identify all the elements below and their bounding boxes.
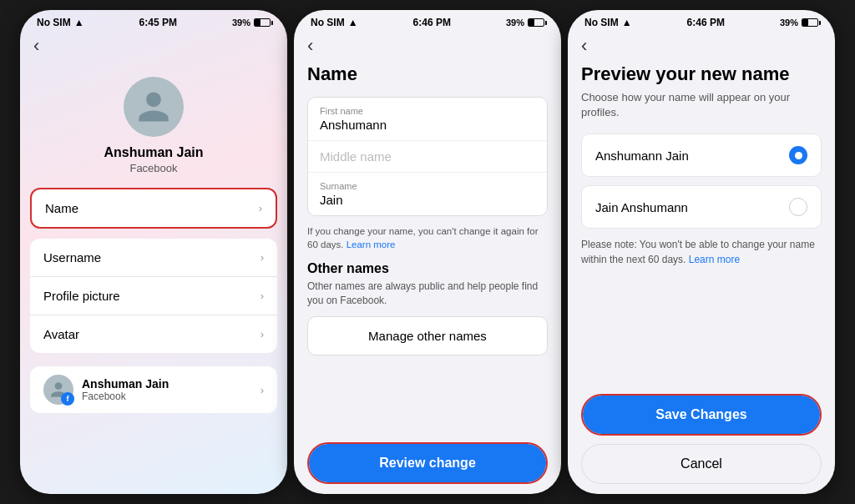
- radio-selected-icon: [789, 146, 807, 164]
- status-carrier-2: No SIM ▲: [311, 17, 358, 28]
- battery-icon-3: [802, 18, 818, 27]
- status-carrier-1: No SIM ▲: [37, 17, 84, 28]
- chevron-icon-5: ›: [261, 384, 264, 396]
- manage-other-names-button[interactable]: Manage other names: [307, 316, 548, 355]
- menu-item-username[interactable]: Username ›: [30, 239, 277, 277]
- phone-3: No SIM ▲ 6:46 PM 39% ‹ Preview your new …: [568, 10, 835, 494]
- phone-2: No SIM ▲ 6:46 PM 39% ‹ Name First name A…: [294, 10, 561, 494]
- status-bar-1: No SIM ▲ 6:45 PM 39%: [20, 10, 287, 32]
- battery-icon-2: [528, 18, 544, 27]
- status-time-1: 6:45 PM: [139, 17, 177, 28]
- middle-name-field[interactable]: Middle name: [308, 141, 547, 173]
- spacer: [581, 279, 822, 394]
- preview-subtitle: Choose how your name will appear on your…: [581, 90, 822, 120]
- other-names-sub: Other names are always public and help p…: [307, 280, 548, 308]
- chevron-icon-2: ›: [261, 251, 264, 264]
- learn-more-link-2[interactable]: Learn more: [689, 254, 740, 265]
- menu-item-avatar[interactable]: Avatar ›: [30, 315, 277, 353]
- surname-field[interactable]: Surname Jain: [308, 173, 547, 215]
- screen-3-content: Preview your new name Choose how your na…: [568, 63, 835, 494]
- profile-section: Anshuman Jain Facebook: [20, 63, 287, 184]
- avatar: [124, 77, 184, 137]
- other-names-title: Other names: [307, 261, 548, 276]
- review-change-wrapper: Review change: [307, 442, 548, 484]
- battery-icon-1: [254, 18, 271, 27]
- notice-text: Please note: You won't be able to change…: [581, 237, 822, 267]
- status-carrier-3: No SIM ▲: [584, 17, 632, 28]
- first-name-field[interactable]: First name Anshumann: [308, 98, 547, 141]
- status-right-3: 39%: [780, 18, 818, 28]
- radio-empty-icon: [789, 198, 807, 216]
- screen-title-2: Name: [307, 63, 548, 85]
- back-button-3[interactable]: ‹: [568, 32, 835, 63]
- status-right-1: 39%: [232, 18, 271, 28]
- account-row[interactable]: f Anshuman Jain Facebook ›: [30, 366, 277, 413]
- profile-platform: Facebook: [129, 162, 177, 174]
- cancel-button[interactable]: Cancel: [581, 444, 822, 484]
- account-info: Anshuman Jain Facebook: [82, 377, 252, 402]
- name-option-1[interactable]: Anshumann Jain: [581, 134, 822, 177]
- back-button-1[interactable]: ‹: [20, 32, 287, 63]
- status-bar-2: No SIM ▲ 6:46 PM 39%: [294, 10, 561, 32]
- menu-item-name[interactable]: Name ›: [32, 189, 276, 227]
- save-changes-wrapper: Save Changes: [581, 394, 822, 436]
- status-right-2: 39%: [506, 18, 544, 28]
- back-button-2[interactable]: ‹: [294, 32, 561, 63]
- phone-1: No SIM ▲ 6:45 PM 39% ‹ Anshuman Jain Fac…: [20, 10, 287, 494]
- chevron-icon: ›: [259, 202, 262, 214]
- status-bar-3: No SIM ▲ 6:46 PM 39%: [568, 10, 835, 32]
- chevron-icon-4: ›: [261, 328, 264, 340]
- save-changes-button[interactable]: Save Changes: [583, 396, 820, 434]
- account-avatar: f: [43, 375, 73, 405]
- name-menu-item-highlighted[interactable]: Name ›: [30, 188, 277, 229]
- name-input-group: First name Anshumann Middle name Surname…: [307, 97, 548, 216]
- person-icon: [135, 88, 172, 125]
- learn-more-link-1[interactable]: Learn more: [347, 239, 396, 249]
- status-time-2: 6:46 PM: [413, 17, 451, 28]
- facebook-badge: f: [61, 392, 74, 406]
- status-time-3: 6:46 PM: [687, 17, 725, 28]
- preview-title: Preview your new name: [581, 63, 822, 85]
- screen-2-content: Name First name Anshumann Middle name Su…: [294, 63, 561, 494]
- phones-container: No SIM ▲ 6:45 PM 39% ‹ Anshuman Jain Fac…: [13, 3, 842, 501]
- review-change-button[interactable]: Review change: [309, 444, 546, 482]
- menu-list: Username › Profile picture › Avatar ›: [30, 239, 277, 353]
- profile-name: Anshuman Jain: [104, 145, 203, 160]
- menu-item-profile-picture[interactable]: Profile picture ›: [30, 277, 277, 315]
- change-name-info: If you change your name, you can't chang…: [307, 224, 548, 251]
- name-option-2[interactable]: Jain Anshumann: [581, 185, 822, 229]
- chevron-icon-3: ›: [261, 290, 264, 302]
